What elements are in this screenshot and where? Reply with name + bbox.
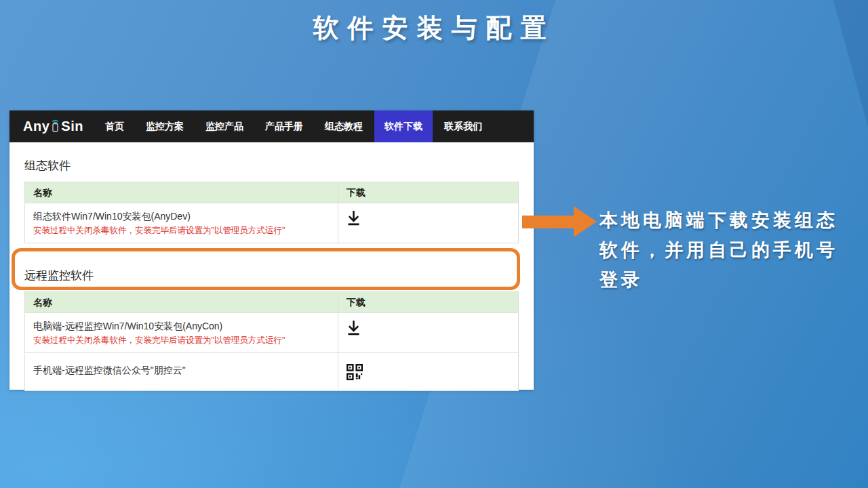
annotation-line: 登录 [599, 265, 857, 295]
section-heading-remote-monitoring: 远程监控软件 [24, 268, 519, 284]
annotation-text: 本地电脑端下载安装组态 软件，并用自己的手机号 登录 [599, 205, 857, 295]
table-header-row: 名称 下载 [25, 182, 519, 203]
nav-item-home[interactable]: 首页 [95, 110, 134, 142]
nav-item-config-tutorial[interactable]: 组态教程 [315, 110, 373, 142]
site-logo[interactable]: Any Sin [23, 110, 83, 142]
arrow-shaft [522, 216, 574, 228]
slide-title: 软件安装与配置 [0, 11, 868, 45]
website-screenshot-panel: Any Sin 首页 监控方案 监控产品 产品手册 组态教程 软件下载 联系我们… [9, 110, 534, 390]
package-name: 手机端-远程监控微信公众号"朋控云" [33, 363, 330, 377]
logo-text-prefix: Any [23, 119, 50, 134]
annotation-line: 本地电脑端下载安装组态 [599, 205, 857, 235]
column-header-download: 下载 [338, 292, 518, 313]
install-warning-note: 安装过程中关闭杀毒软件，安装完毕后请设置为"以管理员方式运行" [33, 225, 330, 237]
logo-text-suffix: Sin [61, 119, 83, 134]
install-warning-note: 安装过程中关闭杀毒软件，安装完毕后请设置为"以管理员方式运行" [33, 335, 330, 346]
annotation-arrow [522, 206, 597, 237]
site-navbar: Any Sin 首页 监控方案 监控产品 产品手册 组态教程 软件下载 联系我们 [9, 110, 534, 142]
page-content: 组态软件 名称 下载 组态软件Win7/Win10安装包(AnyDev) 安装过… [9, 158, 534, 391]
section-heading-config-software: 组态软件 [24, 158, 519, 174]
nav-item-software-download[interactable]: 软件下载 [374, 110, 433, 142]
download-icon[interactable] [347, 320, 510, 337]
table-row: 手机端-远程监控微信公众号"朋控云" [25, 353, 519, 391]
column-header-download: 下载 [338, 182, 518, 203]
table-row: 组态软件Win7/Win10安装包(AnyDev) 安装过程中关闭杀毒软件，安装… [25, 203, 519, 243]
nav-item-product-manual[interactable]: 产品手册 [255, 110, 313, 142]
package-name: 电脑端-远程监控Win7/Win10安装包(AnyCon) [33, 319, 330, 333]
qr-code-icon [347, 364, 510, 380]
nav-item-contact-us[interactable]: 联系我们 [434, 110, 492, 142]
nav-item-monitor-products[interactable]: 监控产品 [195, 110, 254, 142]
column-header-name: 名称 [25, 292, 338, 313]
phone-wifi-icon [50, 117, 61, 136]
download-icon[interactable] [347, 210, 510, 227]
annotation-line: 软件，并用自己的手机号 [599, 235, 857, 265]
table-row: 电脑端-远程监控Win7/Win10安装包(AnyCon) 安装过程中关闭杀毒软… [25, 313, 519, 353]
package-name: 组态软件Win7/Win10安装包(AnyDev) [33, 209, 330, 223]
table-header-row: 名称 下载 [25, 292, 519, 313]
arrow-head [574, 206, 597, 237]
config-software-table: 名称 下载 组态软件Win7/Win10安装包(AnyDev) 安装过程中关闭杀… [24, 182, 519, 243]
column-header-name: 名称 [25, 182, 338, 203]
nav-item-monitor-solutions[interactable]: 监控方案 [136, 110, 194, 142]
remote-monitoring-table: 名称 下载 电脑端-远程监控Win7/Win10安装包(AnyCon) 安装过程… [24, 291, 519, 391]
